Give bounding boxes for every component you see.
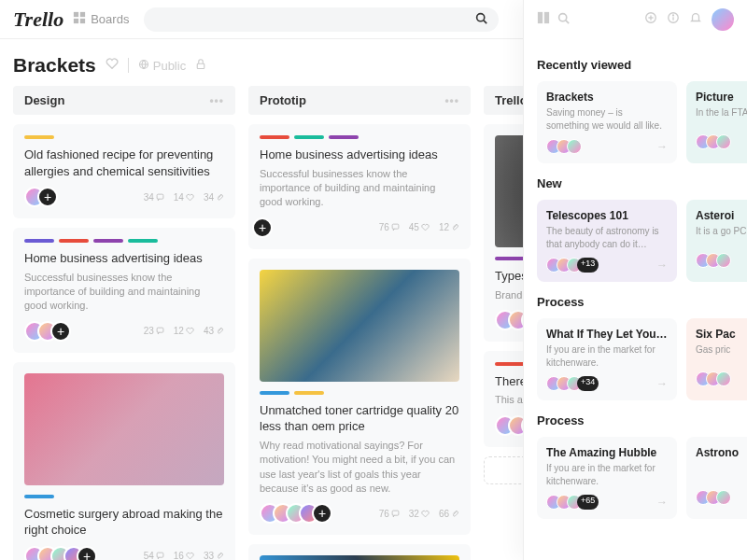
avatar-stack: +	[24, 546, 97, 560]
card-image	[24, 373, 224, 485]
panel-section-row: BracketsSaving money – is something we w…	[537, 81, 747, 163]
svg-line-5	[484, 20, 486, 22]
avatar-stack: +	[24, 321, 71, 342]
panel-section-row: The Amazing HubbleIf you are in the mark…	[537, 437, 747, 519]
avatar	[716, 490, 731, 505]
arrow-right-icon: →	[656, 496, 668, 509]
add-member-button[interactable]: +	[37, 187, 58, 207]
panel-section-title: Process	[537, 295, 747, 309]
card-footer: +541633	[24, 546, 224, 560]
card-labels	[24, 239, 224, 243]
favorite-icon[interactable]	[106, 57, 119, 74]
member-overflow-count: +13	[577, 258, 599, 273]
arrow-right-icon: →	[656, 377, 668, 390]
svg-point-4	[477, 13, 485, 21]
svg-rect-1	[80, 12, 85, 17]
member-overflow-count: +65	[577, 495, 599, 510]
arrow-right-icon: →	[656, 140, 668, 153]
visibility-public[interactable]: Public	[138, 59, 186, 73]
label	[24, 135, 54, 139]
recent-card[interactable]: AsteroiIt is a go PC as an→	[686, 200, 747, 282]
card-stats: 341434	[144, 192, 224, 203]
card-title: Old fashioned recipe for preventing alle…	[24, 147, 224, 179]
recent-card[interactable]: Telescopes 101The beauty of astronomy is…	[537, 200, 677, 282]
recent-card-title: Picture	[696, 91, 747, 104]
recent-card[interactable]: The Amazing HubbleIf you are in the mark…	[537, 437, 677, 519]
panel-search-icon[interactable]	[557, 11, 570, 28]
card-stats: 763266	[379, 509, 459, 519]
panel-section-title: New	[537, 176, 747, 190]
card[interactable]: Home business advertising ideasSuccessfu…	[13, 228, 235, 353]
add-member-button[interactable]: +	[50, 321, 71, 342]
svg-point-22	[673, 15, 674, 16]
search-input[interactable]	[144, 7, 499, 32]
info-icon[interactable]	[667, 11, 680, 28]
recent-card-description: It is a go PC as an	[696, 225, 747, 245]
add-member-button[interactable]: +	[77, 546, 97, 560]
list-menu-icon[interactable]: •••	[209, 94, 224, 107]
recent-card-title: Telescopes 101	[546, 209, 668, 222]
card-footer: +764512	[260, 217, 459, 238]
svg-rect-2	[74, 19, 78, 23]
card[interactable]	[248, 544, 471, 560]
svg-rect-12	[392, 511, 399, 515]
recent-card-footer: →	[696, 371, 747, 386]
comments-count: 23	[144, 326, 164, 336]
recent-card[interactable]: What If They Let You…If you are in the m…	[537, 318, 677, 400]
label	[495, 362, 525, 366]
card[interactable]: Home business advertising ideasSuccessfu…	[248, 124, 471, 249]
add-icon[interactable]	[644, 11, 657, 28]
panel-section-row: What If They Let You…If you are in the m…	[537, 318, 747, 400]
globe-icon	[138, 59, 149, 73]
card-labels	[24, 135, 224, 139]
card[interactable]: Old fashioned recipe for preventing alle…	[13, 124, 235, 218]
arrow-right-icon: →	[656, 259, 668, 272]
card[interactable]: Unmatched toner cartridge quality 20 les…	[248, 259, 471, 536]
panel-header	[524, 0, 747, 39]
boards-label: Boards	[91, 12, 129, 26]
avatar-stack: +65	[546, 495, 599, 510]
avatar-stack	[546, 139, 582, 154]
logo[interactable]: Trello	[13, 7, 63, 32]
card-title: Unmatched toner cartridge quality 20 les…	[260, 402, 459, 435]
recent-card[interactable]: BracketsSaving money – is something we w…	[537, 81, 677, 163]
label	[260, 391, 289, 395]
avatar-stack	[696, 134, 731, 149]
attachments-count: 12	[439, 222, 459, 232]
recent-card-title: Astrono	[696, 446, 747, 459]
lock-icon[interactable]	[195, 57, 206, 74]
recent-card[interactable]: Astrono→	[686, 437, 747, 519]
label	[294, 391, 324, 395]
add-member-button[interactable]: +	[252, 217, 273, 238]
card-description: Why read motivational sayings? For motiv…	[260, 439, 459, 497]
svg-rect-13	[538, 12, 543, 23]
card-description: Successful businesses know the importanc…	[24, 271, 224, 314]
add-member-button[interactable]: +	[312, 503, 332, 524]
svg-rect-9	[157, 328, 163, 332]
comments-count: 54	[144, 551, 164, 560]
user-avatar[interactable]	[712, 8, 734, 31]
avatar-stack	[696, 490, 731, 505]
recent-card-description: In the la FTA sate	[696, 106, 747, 127]
card[interactable]: Cosmetic surgery abroad making the right…	[13, 362, 235, 560]
member-overflow-count: +34	[577, 376, 599, 391]
attachments-count: 33	[204, 551, 224, 560]
list-header[interactable]: Design•••	[13, 86, 235, 115]
recent-card-footer: →	[696, 134, 747, 149]
likes-count: 32	[409, 509, 430, 519]
recent-card[interactable]: Six PacGas pric→	[686, 318, 747, 400]
comments-count: 34	[144, 192, 164, 203]
recent-card[interactable]: PictureIn the la FTA sate→	[686, 81, 747, 163]
svg-rect-0	[74, 12, 78, 17]
panel-boards-icon[interactable]	[537, 11, 550, 28]
recent-card-title: Asteroi	[696, 209, 747, 222]
list-header[interactable]: Prototip•••	[248, 86, 471, 115]
bell-icon[interactable]	[689, 11, 702, 28]
avatar-stack: +	[260, 503, 332, 524]
panel-section-title: Process	[537, 413, 747, 427]
list-menu-icon[interactable]: •••	[444, 94, 459, 107]
list: Design•••Old fashioned recipe for preven…	[13, 86, 235, 560]
attachments-count: 43	[204, 326, 224, 336]
likes-count: 45	[409, 222, 430, 232]
boards-button[interactable]: Boards	[73, 11, 129, 27]
